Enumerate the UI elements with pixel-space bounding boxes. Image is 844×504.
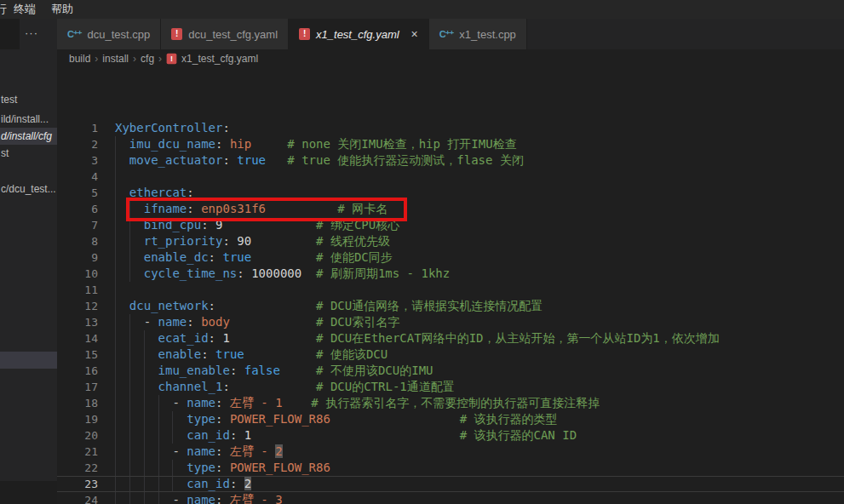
code-token: can_id — [187, 428, 230, 442]
sidebar-item[interactable]: st — [0, 145, 57, 162]
code-line[interactable]: 24 - name: 左臂 - 3 — [57, 492, 844, 504]
code-token — [115, 153, 129, 167]
code-token — [222, 493, 229, 504]
code-token — [115, 444, 172, 458]
comment-token: # none 关闭IMU检查，hip 打开IMU检查 — [287, 137, 516, 151]
code-line[interactable]: 9 enable_dc: true # 使能DC同步 — [57, 249, 844, 266]
code-token: 1000000 — [251, 266, 301, 280]
code-line[interactable]: 4 — [57, 169, 844, 185]
sidebar-item[interactable]: ild/install... — [0, 111, 57, 128]
code-line[interactable]: 15 enable: true # 使能该DCU — [57, 346, 844, 363]
line-number: 3 — [57, 152, 98, 169]
more-actions-icon[interactable]: ··· — [18, 19, 45, 49]
code-token: 左臂 - 3 — [230, 493, 283, 504]
code-token — [115, 396, 172, 410]
tab-dcu_test_cfg.yaml[interactable]: !dcu_test_cfg.yaml — [161, 19, 289, 49]
code-token: : — [237, 266, 244, 280]
line-number: 19 — [57, 411, 98, 427]
code-line[interactable]: 18 - name: 左臂 - 1 # 执行器索引名字，不需要控制的执行器可直接… — [57, 395, 844, 411]
line-number: 8 — [57, 233, 98, 249]
code-token: : — [187, 315, 193, 329]
code-token — [244, 347, 316, 361]
code-line-text: move_actuator: true # true 使能执行器运动测试，fla… — [115, 152, 524, 169]
line-number: 12 — [57, 298, 98, 314]
code-token — [222, 137, 229, 151]
code-token — [115, 331, 158, 345]
code-token: true — [215, 347, 244, 361]
code-token: : — [222, 380, 229, 393]
code-line[interactable]: 23 can_id: 2 — [57, 476, 844, 492]
code-line[interactable]: 8 rt_priority: 90 # 线程优先级 — [57, 233, 844, 249]
code-line[interactable]: 13 - name: body # DCU索引名字 — [57, 314, 844, 330]
comment-token: # DCU通信网络，请根据实机连接情况配置 — [316, 299, 543, 312]
code-token: POWER_FLOW_R86 — [230, 461, 330, 474]
code-token — [244, 266, 251, 280]
menu-item-2[interactable]: 帮助 — [51, 0, 73, 19]
code-token — [115, 428, 187, 442]
code-line-text: type: POWER_FLOW_R86 — [115, 460, 330, 476]
breadcrumb-segment[interactable]: install — [102, 53, 129, 65]
comment-token: # 刷新周期1ms - 1khz — [316, 266, 450, 280]
sidebar: ··· testild/install...d/install/cfgstc/d… — [0, 19, 57, 504]
sidebar-item[interactable]: c/dcu_test... — [0, 180, 57, 198]
comment-token: # DCU索引名字 — [316, 315, 399, 329]
code-token: name — [187, 396, 215, 410]
code-token: - — [172, 493, 187, 504]
breadcrumb: build›install›cfg›!x1_test_cfg.yaml — [57, 49, 844, 68]
code-line[interactable]: 16 imu_enable: false # 不使用该DCU的IMU — [57, 363, 844, 379]
breadcrumb-segment[interactable]: build — [69, 53, 90, 65]
breadcrumb-file[interactable]: x1_test_cfg.yaml — [181, 53, 258, 65]
code-token: - — [144, 315, 158, 329]
code-token — [251, 234, 316, 248]
code-line[interactable]: 21 - name: 左臂 - 2 — [57, 444, 844, 460]
close-icon[interactable]: × — [411, 28, 418, 40]
sidebar-selected-empty-row[interactable] — [0, 352, 57, 369]
code-token: : — [209, 250, 215, 264]
code-line[interactable]: 19 type: POWER_FLOW_R86 # 该执行器的类型 — [57, 411, 844, 427]
code-token — [330, 412, 460, 426]
line-number: 15 — [57, 346, 98, 363]
code-line-text: enable_dc: true # 使能DC同步 — [115, 249, 393, 266]
sidebar-footer — [0, 481, 57, 504]
code-line[interactable]: 10 cycle_time_ns: 1000000 # 刷新周期1ms - 1k… — [57, 266, 844, 282]
menu-item-1[interactable]: 终端 — [14, 0, 36, 19]
code-area[interactable]: 1XyberController:2 imu_dcu_name: hip # n… — [57, 68, 844, 504]
tab-dcu_test.cpp[interactable]: C⁺⁺dcu_test.cpp — [57, 19, 161, 49]
code-token — [115, 250, 144, 264]
code-line[interactable]: 14 ecat_id: 1 # DCU在EtherCAT网络中的ID，从主站开始… — [57, 330, 844, 346]
tab-x1_test_cfg.yaml[interactable]: !x1_test_cfg.yaml× — [289, 19, 429, 49]
tab-bar: C⁺⁺dcu_test.cpp!dcu_test_cfg.yaml!x1_tes… — [57, 19, 844, 49]
chevron-right-icon: › — [95, 53, 98, 65]
comment-token: # 线程优先级 — [316, 234, 390, 248]
code-token: true — [237, 153, 266, 167]
line-number: 2 — [57, 136, 98, 152]
code-line[interactable]: 3 move_actuator: true # true 使能执行器运动测试，f… — [57, 152, 844, 169]
code-token: name — [187, 444, 215, 458]
menu-item-0[interactable]: 行 — [0, 0, 7, 19]
sidebar-item[interactable]: test — [0, 91, 57, 108]
code-token — [280, 364, 316, 377]
code-line[interactable]: 2 imu_dcu_name: hip # none 关闭IMU检查，hip 打… — [57, 136, 844, 152]
code-line[interactable]: 17 channel_1: # DCU的CTRL-1通道配置 — [57, 379, 844, 395]
line-number: 20 — [57, 427, 98, 444]
editor: C⁺⁺dcu_test.cpp!dcu_test_cfg.yaml!x1_tes… — [57, 19, 844, 504]
sidebar-item[interactable]: d/install/cfg — [0, 128, 57, 145]
code-line[interactable]: 20 can_id: 1 # 该执行器的CAN ID — [57, 427, 844, 444]
yaml-file-icon: ! — [171, 28, 182, 40]
code-line-text: XyberController: — [115, 120, 230, 136]
breadcrumb-segment[interactable]: cfg — [141, 53, 154, 65]
code-token: POWER_FLOW_R86 — [230, 412, 330, 426]
comment-token: # 执行器索引名字，不需要控制的执行器可直接注释掉 — [311, 396, 600, 410]
code-line[interactable]: 11 — [57, 282, 844, 298]
code-line[interactable]: 12 dcu_network: # DCU通信网络，请根据实机连接情况配置 — [57, 298, 844, 314]
line-number: 10 — [57, 266, 98, 282]
code-line[interactable]: 1XyberController: — [57, 120, 844, 136]
cpp-file-icon: C⁺⁺ — [67, 29, 82, 40]
tab-label: x1_test_cfg.yaml — [316, 28, 399, 41]
line-number: 22 — [57, 460, 98, 476]
tab-x1_test.cpp[interactable]: C⁺⁺x1_test.cpp — [429, 19, 527, 49]
code-token — [266, 153, 287, 167]
code-token: true — [222, 250, 251, 264]
code-line[interactable]: 22 type: POWER_FLOW_R86 — [57, 460, 844, 476]
code-token — [115, 461, 187, 474]
